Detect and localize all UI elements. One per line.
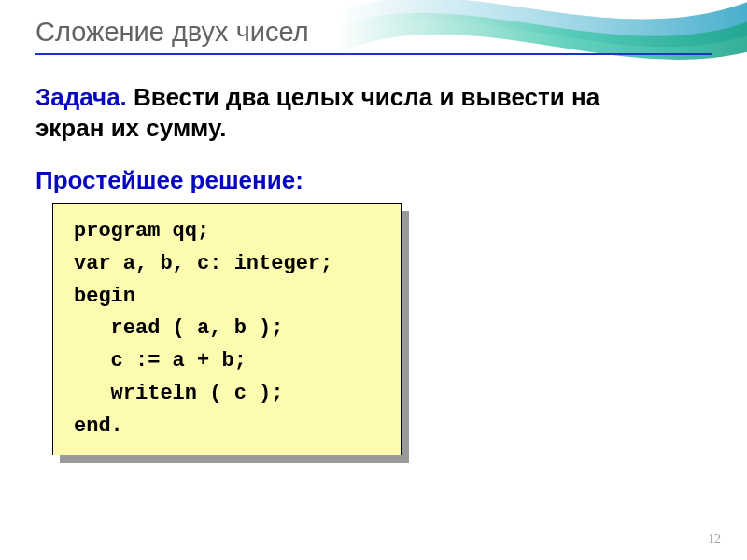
code-box: program qq; var a, b, c: integer; begin …	[52, 203, 402, 455]
title-underline	[35, 53, 712, 55]
task-text-line2: экран их сумму.	[35, 114, 226, 142]
title-block: Сложение двух чисел	[35, 17, 712, 55]
task-text-line1: Ввести два целых числа и вывести на	[127, 83, 599, 111]
page-title: Сложение двух чисел	[35, 17, 712, 48]
code-content: program qq; var a, b, c: integer; begin …	[74, 216, 388, 442]
solution-heading: Простейшее решение:	[35, 166, 303, 195]
task-label: Задача.	[35, 83, 127, 111]
page-number: 12	[708, 532, 721, 547]
task-description: Задача. Ввести два целых числа и вывести…	[35, 82, 712, 143]
